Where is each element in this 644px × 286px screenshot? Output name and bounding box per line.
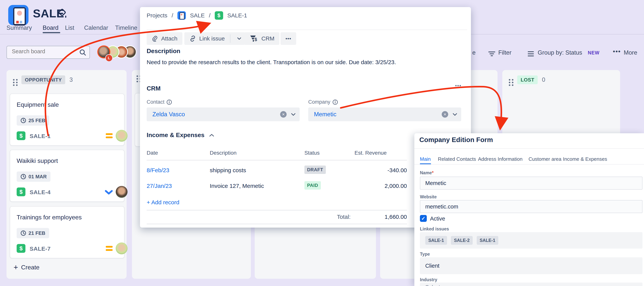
divider — [414, 164, 644, 164]
new-badge: NEW — [588, 50, 600, 56]
paint-bucket-icon[interactable] — [58, 8, 68, 19]
linked-issue-chip[interactable]: SALE-1 — [477, 236, 498, 245]
drag-handle-icon[interactable] — [509, 79, 510, 81]
record-date[interactable]: 27/Jan/23 — [147, 183, 172, 189]
more-icon: ••• — [613, 48, 621, 55]
avatar-status-badge: L — [105, 54, 113, 62]
crm-funnel-icon: $ — [249, 35, 258, 42]
group-by-button[interactable]: Group by: Status — [538, 49, 582, 56]
breadcrumb-separator: / — [172, 12, 173, 19]
contact-value[interactable]: Zelda Vasco — [152, 111, 185, 118]
clock-icon — [20, 230, 26, 236]
sale-issue-type-icon: $ — [215, 11, 223, 20]
name-input[interactable]: Memetic — [420, 177, 642, 190]
paperclip-icon — [152, 35, 158, 42]
svg-text:$: $ — [254, 37, 257, 42]
card-equipment-sale[interactable]: Equipment sale 25 FEB $ SALE-1 — [10, 94, 124, 146]
info-icon — [166, 99, 172, 105]
linked-issues-field[interactable]: SALE-1 SALE-2 SALE-1 — [420, 232, 642, 249]
assignee-avatar[interactable] — [116, 186, 128, 198]
col-header-status: Status — [304, 150, 320, 156]
project-icon — [178, 11, 186, 20]
assignee-avatar[interactable] — [116, 130, 128, 142]
company-value[interactable]: Memetic — [314, 111, 336, 118]
required-asterisk: * — [432, 170, 434, 175]
card-title[interactable]: Trainings for employees — [17, 214, 82, 221]
linked-issue-chip[interactable]: SALE-2 — [451, 236, 473, 245]
active-label: Active — [430, 216, 445, 222]
search-board-box[interactable] — [6, 46, 90, 59]
priority-medium-icon — [106, 246, 112, 251]
chevron-down-icon[interactable] — [291, 113, 296, 116]
active-checkbox[interactable]: ✓ — [420, 215, 427, 222]
issue-key[interactable]: SALE-4 — [30, 189, 51, 195]
chevron-down-icon[interactable] — [452, 113, 458, 116]
drag-handle-icon[interactable] — [136, 75, 138, 77]
column-count: 3 — [70, 76, 73, 83]
tab-calendar[interactable]: Calendar — [84, 24, 108, 31]
card-title[interactable]: Equipment sale — [17, 101, 59, 108]
more-button[interactable]: More — [624, 49, 637, 56]
breadcrumb-issue[interactable]: SALE-1 — [227, 12, 247, 19]
toolbar-more-button[interactable]: ••• — [280, 32, 296, 45]
tab-summary[interactable]: Summary — [6, 24, 32, 31]
tab-list[interactable]: List — [65, 24, 74, 31]
crm-button[interactable]: $ CRM — [244, 32, 279, 45]
type-select[interactable]: Client — [420, 257, 642, 274]
status-badge: DRAFT — [304, 165, 326, 174]
name-value: Memetic — [425, 180, 446, 186]
table-divider — [147, 210, 407, 211]
table-divider — [147, 224, 407, 224]
type-label: Type — [420, 252, 430, 257]
contact-select[interactable]: Zelda Vasco × — [147, 108, 300, 121]
column-opportunity: OPPORTUNITY 3 Equipment sale 25 FEB $ SA… — [6, 70, 126, 279]
issue-key[interactable]: SALE-7 — [30, 246, 51, 252]
breadcrumb-project[interactable]: SALE — [190, 12, 205, 19]
card-title[interactable]: Waikiki support — [17, 157, 58, 164]
crm-section-more-button[interactable]: ••• — [455, 83, 462, 89]
breadcrumb-projects[interactable]: Projects — [147, 12, 167, 19]
tab-main[interactable]: Main — [420, 156, 430, 162]
form-title: Company Edition Form — [419, 136, 493, 143]
filter-button[interactable]: Filter — [498, 49, 512, 56]
income-expenses-heading: Income & Expenses — [147, 132, 204, 139]
record-amount: 2,000.00 — [357, 183, 407, 189]
column-count: 0 — [542, 76, 545, 83]
clear-icon[interactable]: × — [280, 111, 287, 118]
crm-section-heading: CRM — [147, 85, 160, 92]
collapse-caret-icon[interactable] — [209, 134, 214, 137]
col-header-est-revenue: Est. Revenue — [354, 150, 387, 156]
tab-related-contacts[interactable]: Related Contacts — [438, 156, 476, 162]
tab-address-information[interactable]: Address Information — [478, 156, 522, 162]
chevron-down-icon — [237, 37, 242, 40]
column-name-badge[interactable]: LOST — [517, 75, 538, 84]
issue-key[interactable]: SALE-1 — [30, 133, 51, 139]
column-name-badge[interactable]: OPPORTUNITY — [22, 75, 65, 84]
record-date[interactable]: 8/Feb/23 — [147, 167, 169, 173]
tab-income-expenses[interactable]: Income & Expenses — [563, 156, 607, 162]
website-value: memetic.com — [425, 204, 458, 210]
website-input[interactable]: memetic.com — [420, 200, 642, 213]
drag-handle-icon[interactable] — [13, 79, 14, 81]
attach-button[interactable]: Attach — [147, 32, 182, 45]
assignee-avatar[interactable] — [116, 243, 128, 254]
clear-icon[interactable]: × — [442, 111, 448, 118]
card-trainings[interactable]: Trainings for employees 21 FEB $ SALE-7 — [10, 206, 124, 258]
total-value: 1,660.00 — [357, 214, 407, 220]
add-record-button[interactable]: + Add record — [147, 199, 179, 206]
linked-issue-chip[interactable]: SALE-1 — [425, 236, 447, 245]
industry-select[interactable]: Select — [420, 283, 642, 286]
group-by-icon — [527, 51, 534, 57]
tab-board[interactable]: Board — [43, 24, 58, 31]
clock-icon — [20, 118, 26, 123]
tab-customer-area[interactable]: Customer area — [528, 156, 562, 162]
card-waikiki-support[interactable]: Waikiki support 01 MAR $ SALE-4 — [10, 150, 124, 202]
table-divider — [147, 160, 407, 160]
search-input[interactable] — [12, 48, 77, 55]
create-button[interactable]: + Create — [14, 264, 40, 271]
record-description: Invoice 127, Memetic — [210, 183, 264, 189]
link-issue-button[interactable]: Link issue — [184, 32, 245, 45]
link-issue-dropdown[interactable] — [234, 37, 245, 40]
company-select[interactable]: Memetic × — [308, 108, 461, 121]
tab-timeline[interactable]: Timeline — [115, 24, 137, 31]
